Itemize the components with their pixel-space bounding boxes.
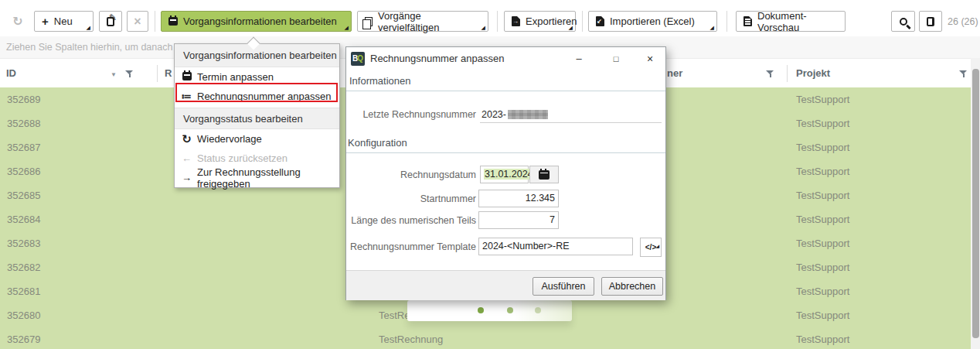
sort-desc-icon[interactable]: ▼ <box>111 71 117 78</box>
cell-rechnung: TestRechnung <box>379 327 443 349</box>
edit-button[interactable] <box>99 11 122 32</box>
cell-projekt: TestSupport <box>796 159 849 183</box>
redo-icon: ↻ <box>179 132 194 146</box>
section-divider <box>346 91 665 91</box>
search-button[interactable] <box>891 11 915 32</box>
dokument-vorschau-button[interactable]: Dokument-Vorschau <box>736 11 846 32</box>
dropdown-corner-icon: ◢ <box>569 25 573 30</box>
dialog-title: Rechnungsnummer anpassen <box>370 47 504 70</box>
date-picker-button[interactable] <box>529 166 559 183</box>
search-icon <box>900 18 907 26</box>
cell-id: 352679 <box>7 327 40 349</box>
field-underline <box>480 122 662 123</box>
export-icon: → <box>512 16 520 26</box>
section-konfiguration: Konfiguration <box>348 137 407 149</box>
edit-pencil-icon <box>107 17 114 26</box>
template-editor-button[interactable]: </>◢ <box>640 238 662 257</box>
menu-item-label: Zur Rechnungsstellung freigegeben <box>197 166 339 190</box>
toolbar-separator <box>726 11 727 32</box>
abbrechen-button[interactable]: Abbrechen <box>601 277 663 296</box>
new-button[interactable]: + Neu ◢ <box>34 11 94 32</box>
menu-item-zur-rechnungsstellung[interactable]: → Zur Rechnungsstellung freigegeben <box>175 168 339 187</box>
plus-icon: + <box>42 15 49 27</box>
code-icon: </> <box>645 243 656 251</box>
group-panel-hint: Ziehen Sie Spalten hierhin, um danach zu <box>6 42 185 53</box>
menu-item-status-zuruecksetzen[interactable]: ← Status zurücksetzen <box>175 149 339 168</box>
minimize-button[interactable]: – <box>569 51 589 67</box>
copy-icon <box>365 17 373 26</box>
menu-item-wiedervorlage[interactable]: ↻ Wiedervorlage <box>175 129 339 149</box>
red-highlight-annotation <box>175 83 338 102</box>
section-informationen: Informationen <box>349 75 411 87</box>
dropdown-corner-icon: ◢ <box>481 25 485 30</box>
column-divider <box>157 65 158 82</box>
refresh-button[interactable]: ↻ <box>6 11 29 32</box>
toolbar-separator <box>155 11 155 32</box>
import-icon: ↙ <box>596 16 604 26</box>
menu-section-vorgangsstatus: Vorgangsstatus bearbeiten <box>175 108 339 129</box>
vorgaenge-vervielfaeltigen-button[interactable]: Vorgänge vervielfältigen ◢ <box>357 11 488 32</box>
column-chooser-button[interactable] <box>919 11 942 32</box>
dropdown-corner-icon: ◢ <box>87 25 90 30</box>
importieren-label: Importieren (Excel) <box>610 15 695 27</box>
dropdown-corner-icon: ◢ <box>710 25 714 30</box>
menu-item-label: Wiedervorlage <box>197 133 262 145</box>
redacted-value <box>508 110 548 119</box>
dialog-titlebar: BQ Rechnungsnummer anpassen – □ × <box>346 47 665 70</box>
letzte-rechnungsnummer-value: 2023- <box>481 109 548 120</box>
cell-id: 352689 <box>7 87 40 111</box>
cell-id: 352684 <box>7 207 40 231</box>
new-button-label: Neu <box>54 15 73 27</box>
table-row[interactable]: 352679 TestRechnung TestSupport <box>0 327 971 349</box>
refresh-icon: ↻ <box>12 15 22 28</box>
filter-icon[interactable] <box>959 70 968 78</box>
template-label: Rechnungsnummer Template <box>346 241 476 252</box>
delete-button[interactable]: × <box>127 11 148 32</box>
column-header-id[interactable]: ID <box>6 59 16 88</box>
scrollbar-thumb[interactable] <box>972 69 979 338</box>
import-arrow-glyph: ↙ <box>597 19 602 25</box>
arrow-left-icon: ← <box>179 152 194 164</box>
filter-icon[interactable] <box>766 70 774 78</box>
loading-indicator <box>407 300 572 321</box>
startnummer-input[interactable]: 12.345 <box>478 190 559 207</box>
column-header-partial-r[interactable]: R <box>165 59 172 88</box>
vorgangsinformationen-label: Vorgangsinformationen bearbeiten <box>183 15 337 27</box>
cell-id: 352686 <box>7 159 40 183</box>
calendar-icon <box>539 170 550 180</box>
cell-id: 352682 <box>7 255 40 279</box>
record-count: 26 (26) <box>948 16 978 27</box>
dropdown-corner-icon: ◢ <box>345 25 349 30</box>
menu-section-vorgangsinformationen: Vorgangsinformationen bearbeiten <box>175 44 339 67</box>
laenge-input[interactable]: 7 <box>478 211 559 229</box>
laenge-label: Länge des numerischen Teils <box>346 215 476 226</box>
logo-letter-q: Q <box>357 54 363 63</box>
letzte-value-prefix: 2023- <box>481 109 506 120</box>
maximize-button[interactable]: □ <box>606 51 626 67</box>
template-input[interactable]: 2024-<Number>-RE <box>478 238 633 255</box>
exportieren-button[interactable]: → Exportieren ◢ <box>504 11 576 32</box>
importieren-button[interactable]: ↙ Importieren (Excel) ◢ <box>588 11 717 32</box>
column-header-projekt[interactable]: Projekt <box>796 59 830 88</box>
cell-projekt: TestSupport <box>796 135 849 159</box>
cell-projekt: TestSupport <box>796 231 849 255</box>
dokument-vorschau-label: Dokument-Vorschau <box>757 10 838 33</box>
export-arrow-glyph: → <box>512 19 519 25</box>
filter-icon[interactable] <box>125 70 134 78</box>
loading-dot <box>535 307 541 313</box>
section-divider <box>346 152 665 153</box>
cell-projekt: TestSupport <box>796 303 849 327</box>
cell-id: 352685 <box>7 183 40 207</box>
toolbar-separator <box>582 11 583 32</box>
vervielfaeltigen-label: Vorgänge vervielfältigen <box>378 10 481 33</box>
menu-item-label: Termin anpassen <box>197 71 274 83</box>
startnummer-label: Startnummer <box>346 193 476 204</box>
ausfuehren-button[interactable]: Ausführen <box>533 277 594 296</box>
column-header-partial-ner[interactable]: ner <box>667 59 682 88</box>
menu-item-label: Status zurücksetzen <box>197 152 288 164</box>
cell-id: 352680 <box>7 303 40 327</box>
rechnungsdatum-input[interactable]: 31.01.2024 <box>480 166 529 183</box>
vorgangsinformationen-bearbeiten-button[interactable]: Vorgangsinformationen bearbeiten ◢ <box>161 11 352 32</box>
close-button[interactable]: × <box>640 51 660 67</box>
cell-id: 352688 <box>7 111 40 135</box>
